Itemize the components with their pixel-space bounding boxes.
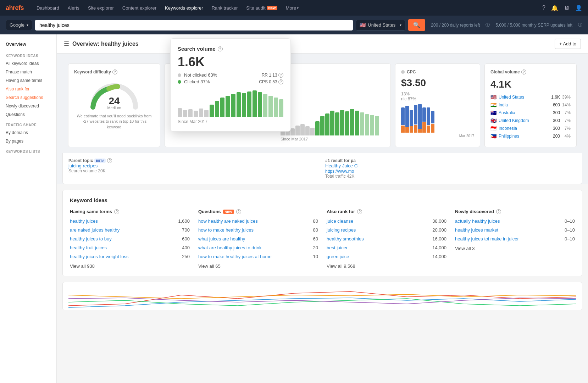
ki-link-2-5[interactable]: how to make healthy juices at home — [198, 254, 272, 259]
ki-link-1-5[interactable]: healthy juices for weight loss — [70, 254, 128, 259]
ki-link-4-1[interactable]: actually healthy juices — [455, 218, 500, 224]
cpc-value: $3.50 — [401, 77, 474, 89]
ki-link-3-2[interactable]: juicing recipes — [327, 227, 356, 233]
search-input[interactable] — [35, 20, 353, 30]
popup-stats: Not clicked 63% RR 1.13 ? Clicked 37% CP… — [178, 72, 283, 84]
sidebar-item-search-suggestions[interactable]: Search suggestions — [0, 93, 56, 102]
ki-viewall-4[interactable]: View all 3 — [455, 246, 575, 251]
sidebar-item-by-pages[interactable]: By pages — [0, 137, 56, 145]
gv-help-icon[interactable]: ? — [521, 70, 526, 74]
country-india[interactable]: India — [499, 102, 547, 107]
page-header: ☰ Overview: healthy juices + Add to — [57, 34, 588, 54]
gv-value: 4.1K — [490, 79, 571, 90]
country-select[interactable]: 🇺🇸 United States ▾ — [356, 20, 405, 30]
popup-since: Since Mar 2017 — [178, 119, 283, 124]
profile-icon[interactable]: 👤 — [575, 5, 582, 11]
ki-grid: Having same terms ? healthy juices 1,600… — [70, 209, 575, 269]
ki-link-3-1[interactable]: juice cleanse — [327, 218, 353, 224]
ki-link-1-3[interactable]: healthy juices to buy — [70, 236, 112, 242]
country-dropdown-arrow: ▾ — [400, 23, 401, 27]
overview-section: Keyword difficulty ? 24 Medium — [57, 54, 588, 184]
popup-stat-not-clicked: Not clicked 63% RR 1.13 ? — [178, 72, 283, 78]
ki-link-1-1[interactable]: healthy juices — [70, 218, 98, 224]
ki-viewall-3[interactable]: View all 9,568 — [327, 263, 446, 269]
ki-link-4-2[interactable]: healthy juices market — [455, 227, 498, 233]
nav-more[interactable]: More ▾ — [282, 0, 303, 16]
ki-viewall-2[interactable]: View all 65 — [198, 263, 318, 269]
sidebar-item-also-rank-for[interactable]: Also rank for — [0, 85, 56, 93]
sidebar-item-newly-discovered[interactable]: Newly discovered — [0, 102, 56, 110]
sidebar-item-by-domains[interactable]: By domains — [0, 128, 56, 137]
pt-help-icon[interactable]: ? — [107, 158, 112, 163]
ki-col-questions: Questions NEW ? how healthy are naked ju… — [198, 209, 318, 269]
ki-row-3-2: juicing recipes 20,000 — [327, 227, 446, 233]
nav-rank-tracker[interactable]: Rank tracker — [207, 0, 242, 16]
bottom-line-chart — [68, 288, 576, 309]
ki-link-2-2[interactable]: how to make healthy juices — [198, 227, 254, 233]
country-uk[interactable]: United Kingdom — [499, 118, 547, 123]
ki-link-1-4[interactable]: healthy fruit juices — [70, 245, 107, 250]
pt-volume: Search volume 20K — [68, 168, 320, 173]
page-title: ☰ Overview: healthy juices — [64, 40, 139, 47]
popup-rr-help[interactable]: ? — [278, 73, 283, 78]
result-url[interactable]: https://www.mo — [325, 169, 354, 174]
ki-link-2-4[interactable]: what are healthy juices to drink — [198, 245, 261, 250]
ki-link-3-5[interactable]: green juice — [327, 254, 349, 259]
notifications-icon[interactable]: 🔔 — [551, 5, 558, 11]
ki-link-3-4[interactable]: best juicer — [327, 245, 348, 250]
ki-link-3-3[interactable]: healthy smoothies — [327, 236, 364, 242]
country-id[interactable]: Indonesia — [499, 126, 547, 131]
us-flag: 🇺🇸 — [360, 22, 366, 28]
result-link[interactable]: Healthy Juice Cl — [325, 163, 359, 168]
main-wrapper: Overview KEYWORD IDEAS All keyword ideas… — [0, 34, 588, 383]
popup-bars — [178, 89, 283, 117]
sidebar-tab-overview[interactable]: Overview — [0, 39, 56, 50]
nav-keywords-explorer[interactable]: Keywords explorer — [161, 0, 207, 16]
keyword-difficulty-card: Keyword difficulty ? 24 Medium — [68, 63, 160, 147]
sidebar-item-questions[interactable]: Questions — [0, 110, 56, 119]
popup-help-icon[interactable]: ? — [218, 46, 223, 51]
ki-link-4-3[interactable]: healthy juices toi make in juicer — [455, 236, 519, 242]
ki-row-2-5: how to make healthy juices at home 10 — [198, 254, 318, 259]
popup-cps-help[interactable]: ? — [278, 79, 283, 84]
country-us[interactable]: United States — [499, 95, 547, 100]
popup-cps: CPS 0.53 ? — [259, 79, 283, 84]
ki-col1-title: Having same terms ? — [70, 209, 190, 214]
ki-col3-title: Also rank for ? — [327, 209, 446, 214]
sidebar-section-keywords-lists: KEYWORDS LISTS — [0, 145, 56, 155]
ki-col2-help[interactable]: ? — [236, 209, 241, 214]
sidebar-item-having-same-terms[interactable]: Having same terms — [0, 76, 56, 85]
nav-alerts[interactable]: Alerts — [63, 0, 84, 16]
since-label: Since Mar 2017 — [281, 137, 385, 141]
country-ph[interactable]: Philippines — [499, 134, 547, 139]
serp-updates: 5,000 / 5,000 monthly SERP updates left — [495, 23, 572, 28]
parent-topic-row: Parent topic BETA ? juicing recipes Sear… — [62, 153, 582, 184]
nav-content-explorer[interactable]: Content explorer — [118, 0, 161, 16]
nav-site-audit[interactable]: Site audit NEW — [242, 0, 281, 16]
ki-col3-help[interactable]: ? — [357, 209, 362, 214]
country-au[interactable]: Australia — [499, 110, 547, 115]
ki-row-3-3: healthy smoothies 16,000 — [327, 236, 446, 242]
help-icon[interactable]: ? — [542, 5, 545, 11]
ki-link-1-2[interactable]: are naked juices healthy — [70, 227, 120, 233]
parent-topic-link[interactable]: juicing recipes — [68, 163, 98, 168]
engine-select[interactable]: Google ▾ — [6, 20, 32, 30]
add-to-button[interactable]: + Add to — [555, 39, 581, 49]
monitor-icon[interactable]: 🖥 — [564, 5, 570, 11]
sidebar-item-all-keywords[interactable]: All keyword ideas — [0, 59, 56, 68]
search-button[interactable]: 🔍 — [408, 19, 425, 31]
pt-result-label: #1 result for pa — [325, 158, 576, 163]
kd-help-icon[interactable]: ? — [112, 70, 117, 74]
ki-viewall-1[interactable]: View all 938 — [70, 263, 190, 269]
total-traffic: Total traffic 42K — [325, 174, 576, 179]
nav-site-explorer[interactable]: Site explorer — [84, 0, 118, 16]
hamburger-icon[interactable]: ☰ — [64, 40, 69, 47]
ki-link-2-1[interactable]: how healthy are naked juices — [198, 218, 258, 224]
ki-link-2-3[interactable]: what juices are healthy — [198, 236, 245, 242]
ki-row-2-4: what are healthy juices to drink 20 — [198, 245, 318, 250]
logo[interactable]: ahrefs — [6, 4, 24, 12]
nav-dashboard[interactable]: Dashboard — [32, 0, 63, 16]
ki-col4-help[interactable]: ? — [496, 209, 501, 214]
sidebar-item-phrase-match[interactable]: Phrase match — [0, 68, 56, 76]
ki-col1-help[interactable]: ? — [114, 209, 119, 214]
